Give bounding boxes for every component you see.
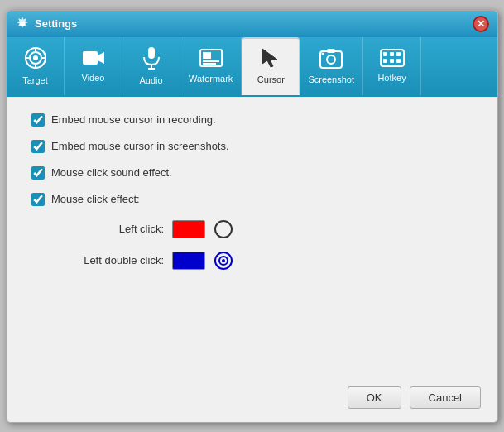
- watermark-icon: [199, 48, 223, 71]
- tab-screenshot[interactable]: Screenshot: [300, 37, 363, 95]
- settings-window: Settings ✕ Target: [6, 10, 498, 423]
- content-area: Embed mouse cursor in recording. Embed m…: [7, 97, 497, 378]
- tab-watermark[interactable]: Watermark: [180, 37, 242, 95]
- click-effects-section: Left click: Left double click:: [65, 219, 473, 271]
- svg-point-19: [327, 55, 335, 64]
- checkbox-row-embed-screenshots: Embed mouse cursor in screenshots.: [31, 140, 473, 153]
- svg-rect-26: [383, 59, 387, 63]
- tab-hotkey[interactable]: Hotkey: [363, 37, 421, 95]
- svg-rect-14: [203, 52, 211, 59]
- tab-cursor-label: Cursor: [257, 74, 285, 84]
- tab-audio-label: Audio: [139, 75, 162, 85]
- svg-rect-8: [83, 51, 98, 65]
- label-mouse-click-effect: Mouse click effect:: [51, 193, 140, 205]
- effect-row-left-double-click: Left double click:: [65, 251, 473, 271]
- svg-rect-20: [327, 49, 335, 53]
- checkbox-embed-cursor-screenshots[interactable]: [31, 140, 45, 153]
- svg-rect-25: [396, 52, 401, 56]
- footer: OK Cancel: [7, 378, 497, 422]
- svg-rect-27: [390, 59, 394, 63]
- left-double-click-label: Left double click:: [65, 254, 164, 266]
- checkbox-row-sound-effect: Mouse click sound effect.: [31, 166, 473, 180]
- svg-rect-24: [390, 52, 394, 56]
- settings-icon: [15, 17, 30, 31]
- svg-rect-10: [148, 47, 155, 59]
- tabs-bar: Target Video Audio: [7, 37, 497, 97]
- left-double-click-circle-icon[interactable]: [214, 251, 233, 271]
- tab-audio[interactable]: Audio: [122, 37, 180, 95]
- cancel-button[interactable]: Cancel: [410, 386, 481, 409]
- target-icon: [24, 46, 47, 73]
- left-click-color-swatch[interactable]: [172, 220, 205, 238]
- left-click-circle-icon[interactable]: [214, 219, 233, 239]
- svg-point-29: [215, 221, 232, 238]
- label-embed-cursor-screenshots: Embed mouse cursor in screenshots.: [51, 140, 229, 152]
- tab-video[interactable]: Video: [65, 37, 122, 95]
- svg-rect-28: [396, 59, 401, 63]
- tab-watermark-label: Watermark: [189, 74, 233, 84]
- svg-marker-9: [98, 52, 104, 64]
- close-button[interactable]: ✕: [473, 16, 489, 32]
- ok-button[interactable]: OK: [348, 386, 401, 409]
- cursor-icon: [261, 47, 281, 72]
- hotkey-icon: [380, 49, 405, 70]
- screenshot-icon: [319, 47, 343, 72]
- svg-marker-17: [262, 49, 277, 67]
- svg-point-21: [322, 53, 324, 55]
- tab-screenshot-label: Screenshot: [308, 74, 354, 84]
- title-bar: Settings ✕: [7, 11, 497, 37]
- tab-cursor[interactable]: Cursor: [242, 37, 300, 95]
- label-embed-cursor-recording: Embed mouse cursor in recording.: [51, 113, 216, 126]
- title-bar-left: Settings: [15, 17, 77, 31]
- checkbox-row-click-effect: Mouse click effect:: [31, 193, 473, 206]
- tab-target[interactable]: Target: [7, 37, 65, 95]
- svg-point-3: [33, 55, 38, 60]
- window-title: Settings: [35, 17, 77, 30]
- svg-rect-23: [383, 52, 387, 56]
- checkbox-embed-cursor-recording[interactable]: [31, 113, 45, 127]
- label-mouse-click-sound: Mouse click sound effect.: [51, 166, 172, 179]
- tab-hotkey-label: Hotkey: [377, 73, 406, 83]
- left-click-label: Left click:: [65, 223, 164, 235]
- tab-target-label: Target: [22, 75, 48, 85]
- tab-video-label: Video: [82, 73, 105, 83]
- checkbox-mouse-click-effect[interactable]: [31, 193, 45, 206]
- checkbox-row-embed-recording: Embed mouse cursor in recording.: [31, 113, 473, 127]
- video-icon: [82, 49, 105, 70]
- svg-point-32: [222, 259, 225, 262]
- effect-row-left-click: Left click:: [65, 219, 473, 239]
- audio-icon: [142, 46, 161, 73]
- checkbox-mouse-click-sound[interactable]: [31, 166, 45, 180]
- left-double-click-color-swatch[interactable]: [172, 252, 205, 270]
